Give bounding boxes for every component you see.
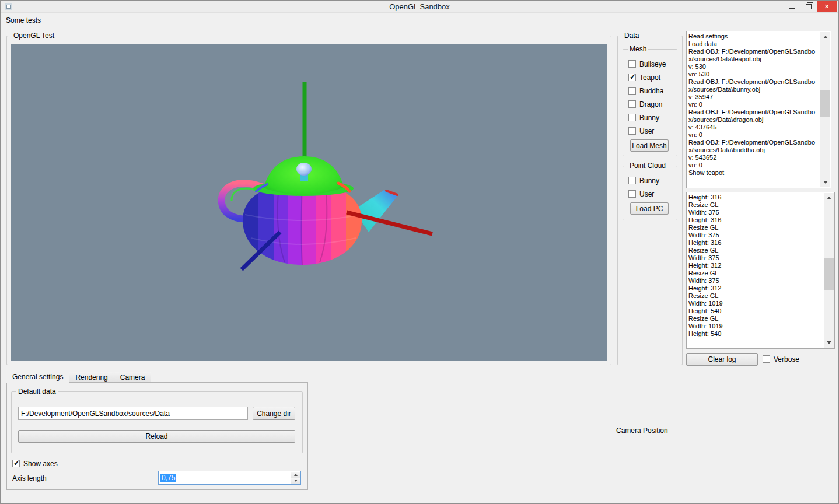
clear-log-button[interactable]: Clear log <box>686 353 758 366</box>
arrow-down-icon <box>827 341 831 344</box>
camera-position-label: Camera Position <box>616 426 668 435</box>
arrow-down-icon <box>823 181 828 184</box>
pc-checkbox-row[interactable]: User <box>628 187 659 201</box>
log-line: Read OBJ: F:/Development/OpenGLSandbox/s… <box>688 139 820 154</box>
log-line: Width: 375 <box>688 277 823 285</box>
gl-3d-scene[interactable] <box>11 44 607 360</box>
mesh-checkbox-row[interactable]: Dragon <box>628 97 666 111</box>
checkbox[interactable] <box>628 60 636 68</box>
scrollbar-down-button[interactable] <box>820 177 830 187</box>
log-bottom-scrollbar[interactable] <box>824 193 834 348</box>
log-line: Width: 375 <box>688 232 823 239</box>
log-line: Height: 312 <box>688 285 823 292</box>
scrollbar-up-button[interactable] <box>824 193 834 203</box>
pc-checkbox-row[interactable]: Bunny <box>628 174 659 187</box>
log-line: Height: 316 <box>688 216 823 224</box>
teapot <box>222 156 398 265</box>
axis-length-spinbox[interactable]: 0,75 <box>158 471 301 485</box>
minimize-button[interactable] <box>783 1 800 12</box>
menubar: Some tests <box>1 13 838 27</box>
close-icon: ✕ <box>824 3 829 10</box>
mesh-checkbox-row[interactable]: Buddha <box>628 84 666 97</box>
menu-item-some-tests[interactable]: Some tests <box>1 14 46 27</box>
log-line: v: 530 <box>688 63 820 71</box>
verbose-checkbox-row[interactable]: Verbose <box>763 352 799 366</box>
settings-tab-label: General settings <box>12 373 63 381</box>
log-line: Height: 316 <box>688 239 823 247</box>
log-line: Height: 540 <box>688 330 823 338</box>
log-line: Read OBJ: F:/Development/OpenGLSandbox/s… <box>688 108 820 124</box>
checkbox[interactable] <box>628 127 636 135</box>
settings-tab[interactable]: Rendering <box>69 372 114 383</box>
show-axes-checkbox[interactable] <box>12 460 20 467</box>
scrollbar-down-button[interactable] <box>824 338 834 348</box>
log-line: vn: 0 <box>688 162 820 169</box>
log-line: Read OBJ: F:/Development/OpenGLSandbox/s… <box>688 78 820 93</box>
checkbox-label: User <box>639 127 654 135</box>
mesh-checkbox-row[interactable]: Bullseye <box>628 57 666 71</box>
mesh-group-label: Mesh <box>628 45 648 53</box>
settings-tab-label: Camera <box>120 373 145 382</box>
checkbox[interactable] <box>628 114 636 121</box>
mesh-checkbox-row[interactable]: User <box>628 124 666 138</box>
checkbox[interactable] <box>628 190 636 198</box>
scrollbar-up-button[interactable] <box>820 32 830 42</box>
show-axes-checkbox-row[interactable]: Show axes <box>12 457 58 470</box>
show-axes-label: Show axes <box>23 460 58 468</box>
checkbox-label: Teapot <box>639 74 660 82</box>
log-line: Width: 1019 <box>688 300 823 307</box>
log-line: vn: 0 <box>688 131 820 139</box>
log-line: v: 35947 <box>688 93 820 101</box>
axis-length-value: 0,75 <box>160 474 176 482</box>
verbose-checkbox[interactable] <box>763 355 770 363</box>
checkbox-label: Bunny <box>639 177 659 185</box>
change-dir-button[interactable]: Change dir <box>253 407 295 420</box>
mesh-checkbox-row[interactable]: Teapot <box>628 71 666 84</box>
window-title: OpenGL Sandbox <box>1 2 838 11</box>
log-line: vn: 530 <box>688 71 820 78</box>
checkbox-label: Bunny <box>639 114 659 122</box>
log-output-top[interactable]: Read settingsLoad dataRead OBJ: F:/Devel… <box>686 31 831 188</box>
log-line: v: 437645 <box>688 124 820 131</box>
app-window: OpenGL Sandbox ✕ Some tests OpenGL Test <box>0 0 839 504</box>
settings-tabbar: General settings Rendering Camera <box>6 370 151 383</box>
log-output-bottom[interactable]: Height: 316Resize GLWidth: 375Height: 31… <box>686 192 835 349</box>
point-cloud-group-label: Point Cloud <box>628 162 667 170</box>
arrow-down-icon <box>294 480 298 482</box>
checkbox-label: User <box>639 190 654 198</box>
load-pc-button[interactable]: Load PC <box>630 202 669 215</box>
log-top-scrollbar[interactable] <box>820 32 830 187</box>
arrow-up-icon <box>294 474 298 476</box>
default-data-group-label: Default data <box>16 387 58 396</box>
spin-up-button[interactable] <box>291 472 300 478</box>
checkbox[interactable] <box>628 87 636 94</box>
log-line: Show teapot <box>688 169 820 177</box>
reload-button[interactable]: Reload <box>18 430 295 443</box>
data-path-input[interactable] <box>18 407 248 420</box>
mesh-checkbox-list: Bullseye Teapot Buddha Dragon <box>628 57 666 138</box>
checkbox-label: Dragon <box>639 100 662 108</box>
gl-viewport[interactable] <box>11 44 607 360</box>
settings-tab[interactable]: Camera <box>114 372 152 383</box>
titlebar[interactable]: OpenGL Sandbox ✕ <box>1 1 838 13</box>
load-mesh-button[interactable]: Load Mesh <box>630 139 669 152</box>
scrollbar-thumb[interactable] <box>820 90 830 117</box>
log-line: Resize GL <box>688 292 823 300</box>
checkbox[interactable] <box>628 177 636 184</box>
log-line: Read OBJ: F:/Development/OpenGLSandbox/s… <box>688 48 820 63</box>
mesh-checkbox-row[interactable]: Bunny <box>628 111 666 124</box>
settings-tab[interactable]: General settings <box>6 370 69 383</box>
checkbox-label: Bullseye <box>639 60 666 68</box>
checkbox[interactable] <box>628 74 636 81</box>
default-data-group: Default data <box>11 391 303 453</box>
log-line: Height: 312 <box>688 262 823 270</box>
maximize-button[interactable] <box>800 1 817 12</box>
log-line: v: 543652 <box>688 154 820 162</box>
checkbox[interactable] <box>628 100 636 108</box>
spin-down-button[interactable] <box>291 478 300 484</box>
close-button[interactable]: ✕ <box>817 1 837 12</box>
checkbox-label: Buddha <box>639 87 663 95</box>
log-line: Resize GL <box>688 315 823 323</box>
scrollbar-thumb[interactable] <box>824 258 834 290</box>
log-line: Resize GL <box>688 247 823 254</box>
